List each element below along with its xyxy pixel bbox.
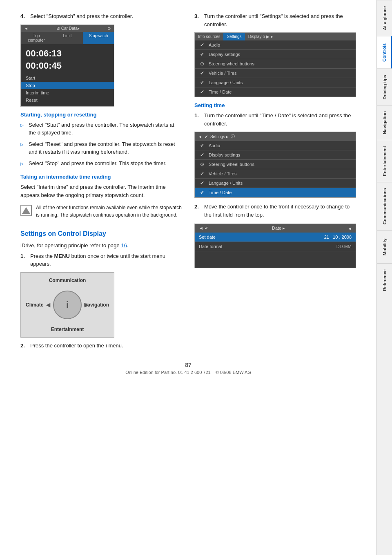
settings-steering-row-2[interactable]: ⊙ Steering wheel buttons <box>195 160 356 169</box>
language-label-1: Language / Units <box>209 80 243 85</box>
vehicle-label-2: Vehicle / Tires <box>209 171 236 176</box>
menu-start[interactable]: Start <box>21 74 114 82</box>
settings-vehicle-row-2[interactable]: ✔ Vehicle / Tires <box>195 169 356 179</box>
steering-icon-1: ⊙ <box>199 61 205 67</box>
settings-info-icon: ⓘ <box>231 134 235 139</box>
step-1-right-text: Turn the controller until "Time / Date" … <box>204 112 356 128</box>
idrive-center-label: i <box>66 300 69 310</box>
page-footer: 87 Online Edition for Part no. 01 41 2 6… <box>20 362 356 383</box>
menu-interim[interactable]: Interim time <box>21 89 114 96</box>
settings-title-label: Settings ▸ <box>210 134 228 139</box>
step-1-text: Press the MENU button once or twice unti… <box>30 252 182 268</box>
step-2-right-num: 2. <box>194 203 201 219</box>
language-icon-2: ✔ <box>199 180 205 186</box>
settings-display-2: ◄ ✔ Settings ▸ ⓘ ✔ Audio ✔ Di <box>194 132 356 198</box>
step-1-menu-word: MENU <box>54 253 70 259</box>
right-column: 3. Turn the controller until "Settings" … <box>194 12 356 354</box>
steering-label-1: Steering wheel buttons <box>209 61 254 66</box>
settings-back-icon: ◄ <box>198 134 202 139</box>
date-format-row[interactable]: Date format DD.MM <box>195 242 356 251</box>
date-title-row: ◄ ✔ Date ▸ ● <box>195 224 356 233</box>
bullet-tri-2: ▷ <box>20 141 25 156</box>
vehicle-icon-2: ✔ <box>199 171 205 177</box>
menu-stop[interactable]: Stop <box>21 82 114 89</box>
settings-title-bar-2: ◄ ✔ Settings ▸ ⓘ <box>195 132 356 141</box>
display-icon-2: ✔ <box>199 152 205 158</box>
idrive-ref-link[interactable]: 16 <box>121 242 127 248</box>
note-box: All of the other functions remain availa… <box>20 204 182 219</box>
step-2-right-text: Move the controller once to the front if… <box>204 203 356 219</box>
idrive-center-button[interactable]: i <box>53 291 82 319</box>
vehicle-icon-1: ✔ <box>199 70 205 76</box>
step-4-num: 4. <box>20 12 27 20</box>
sidebar-tab-at-a-glance[interactable]: At a glance <box>377 0 392 36</box>
step-1-right-num: 1. <box>194 112 201 128</box>
idrive-ref-text: iDrive, for operating principle refer to… <box>20 242 182 250</box>
idrive-label-communication: Communication <box>49 278 86 283</box>
settings-language-row-1[interactable]: ✔ Language / Units <box>195 78 356 87</box>
idrive-menu-graphic: Communication Entertainment Climate Navi… <box>20 272 114 338</box>
section-interim-heading: Taking an intermediate time reading <box>20 174 182 180</box>
settings-display-row-2[interactable]: ✔ Display settings <box>195 150 356 160</box>
step-3-num: 3. <box>194 12 201 28</box>
language-label-2: Language / Units <box>209 181 243 186</box>
settings-audio-row-2[interactable]: ✔ Audio <box>195 141 356 150</box>
display-label-2: Display settings <box>209 152 240 157</box>
step-2-right-item: 2. Move the controller once to the front… <box>194 203 356 219</box>
bullet-tri-1: ▷ <box>20 122 25 137</box>
bullet-stop: ▷ Select "Stop" and press the controller… <box>20 159 182 168</box>
main-heading-settings: Settings on Control Display <box>20 230 182 237</box>
cardata-tab-bar: Trip computer Limit Stopwatch <box>21 32 114 44</box>
tab-settings-1[interactable]: Settings <box>223 33 245 40</box>
step-3-item: 3. Turn the controller until "Settings" … <box>194 12 356 28</box>
settings-steering-row-1[interactable]: ⊙ Steering wheel buttons <box>195 59 356 69</box>
step-1-num: 1. <box>20 252 27 268</box>
step-1-right-item: 1. Turn the controller until "Time / Dat… <box>194 112 356 128</box>
idrive-ref-suffix: . <box>127 242 129 248</box>
idrive-arrow-left: ◄ <box>45 300 52 309</box>
steering-icon-2: ⊙ <box>199 161 205 167</box>
settings-audio-row-1[interactable]: ✔ Audio <box>195 40 356 50</box>
display-label-1: Display settings <box>209 52 240 57</box>
idrive-label-climate: Climate <box>26 302 43 308</box>
sidebar-tab-reference[interactable]: Reference <box>377 263 392 297</box>
section-start-stop-heading: Starting, stopping or resetting <box>20 112 182 118</box>
tab-trip-computer[interactable]: Trip computer <box>21 32 52 44</box>
page-number: 87 <box>20 362 356 368</box>
step-1-pre: Press the <box>30 253 54 259</box>
date-empty-space <box>195 251 356 268</box>
cardata-back-icon: ◄ <box>24 26 28 31</box>
sidebar-tab-mobility[interactable]: Mobility <box>377 231 392 263</box>
cardata-screen: ◄ 🖥 Car Data▸ ⊙ Trip computer Limit Stop… <box>20 25 182 107</box>
settings-time-row-1[interactable]: ✔ Time / Date <box>195 87 356 97</box>
idrive-label-entertainment: Entertainment <box>51 327 84 332</box>
step-1-item: 1. Press the MENU button once or twice u… <box>20 252 182 268</box>
date-set-date-label: Set date <box>199 235 324 239</box>
cardata-title-bar: ◄ 🖥 Car Data▸ ⊙ <box>21 25 114 32</box>
sidebar-tab-entertainment[interactable]: Entertainment <box>377 140 392 182</box>
time-icon-1: ✔ <box>199 89 205 95</box>
sidebar-tab-driving-tips[interactable]: Driving tips <box>377 69 392 105</box>
footer-text: Online Edition for Part no. 01 41 2 600 … <box>125 370 251 375</box>
settings-display-row-1[interactable]: ✔ Display settings <box>195 50 356 59</box>
tab-stopwatch[interactable]: Stopwatch <box>83 32 114 44</box>
settings-language-row-2[interactable]: ✔ Language / Units <box>195 179 356 188</box>
audio-icon-2: ✔ <box>199 143 205 148</box>
sidebar-tab-controls[interactable]: Controls <box>377 36 392 69</box>
settings-title-icon: ✔ <box>205 134 208 139</box>
settings-vehicle-row-1[interactable]: ✔ Vehicle / Tires <box>195 69 356 78</box>
bullet-tri-3: ▷ <box>20 161 25 168</box>
steering-label-2: Steering wheel buttons <box>209 162 254 167</box>
date-set-date-row[interactable]: Set date 21 . 10 . 2008 <box>195 233 356 242</box>
left-column: 4. Select "Stopwatch" and press the cont… <box>20 12 182 354</box>
step-2-post: menu. <box>107 342 123 349</box>
tab-info-sources[interactable]: Info sources <box>195 33 223 40</box>
menu-reset[interactable]: Reset <box>21 96 114 104</box>
vehicle-label-1: Vehicle / Tires <box>209 71 236 76</box>
step-2-text: Press the controller to open the i menu. <box>30 342 123 350</box>
settings-time-row-2[interactable]: ✔ Time / Date <box>195 188 356 197</box>
sidebar-tab-communications[interactable]: Communications <box>377 182 392 230</box>
sidebar-tab-navigation[interactable]: Navigation <box>377 105 392 140</box>
tab-limit[interactable]: Limit <box>52 32 83 44</box>
tab-display-o[interactable]: Display o ▶ ● <box>245 33 276 40</box>
